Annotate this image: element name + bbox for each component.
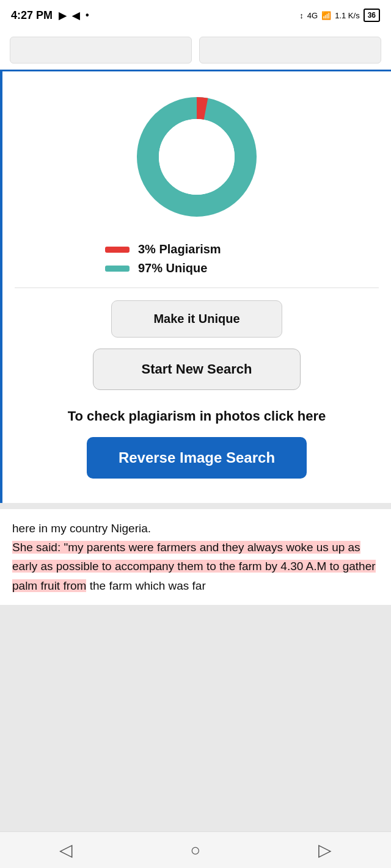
tab-left[interactable] <box>10 37 192 63</box>
plagiarism-label: 3% Plagiarism <box>138 242 221 256</box>
recent-apps-button[interactable]: ▷ <box>318 840 332 860</box>
home-button[interactable]: ○ <box>191 841 201 860</box>
dot-icon: • <box>86 10 89 21</box>
unique-color-swatch <box>105 266 130 272</box>
photo-check-label: To check plagiarism in photos click here <box>15 407 379 426</box>
unique-label: 97% Unique <box>138 261 207 275</box>
tab-right[interactable] <box>199 37 381 63</box>
start-new-search-button[interactable]: Start New Search <box>93 349 301 390</box>
signal-bars: 📶 <box>321 11 331 20</box>
speed-label: 1.1 K/s <box>335 11 359 20</box>
signal-icon: ↕ <box>299 11 304 20</box>
status-right: ↕ 4G 📶 1.1 K/s 36 <box>299 9 380 22</box>
main-results-card: 3% Plagiarism 97% Unique Make it Unique … <box>0 71 391 503</box>
excerpt-normal-end: the farm which was far <box>90 579 206 592</box>
back-button[interactable]: ◁ <box>59 840 73 860</box>
donut-chart-container <box>15 90 379 224</box>
excerpt-normal-start: here in my country Nigeria. <box>12 522 151 535</box>
status-bar: 4:27 PM ▶ ◀ • ↕ 4G 📶 1.1 K/s 36 <box>0 0 391 31</box>
time-display: 4:27 PM <box>11 9 53 22</box>
network-label: 4G <box>307 11 318 20</box>
plagiarism-color-swatch <box>105 247 130 253</box>
reverse-image-search-button[interactable]: Reverse Image Search <box>87 437 307 479</box>
text-excerpt-content: here in my country Nigeria. She said: "m… <box>12 519 379 595</box>
send-icon: ◀ <box>72 10 79 21</box>
legend-unique-row: 97% Unique <box>105 261 288 275</box>
legend-plagiarism-row: 3% Plagiarism <box>105 242 288 256</box>
divider-line <box>15 288 379 288</box>
status-time: 4:27 PM ▶ ◀ • <box>11 9 89 22</box>
svg-point-2 <box>159 119 235 195</box>
media-icon: ▶ <box>59 10 66 21</box>
chart-legend: 3% Plagiarism 97% Unique <box>93 242 301 275</box>
battery-indicator: 36 <box>364 9 380 22</box>
make-unique-button[interactable]: Make it Unique <box>111 300 282 338</box>
bottom-navigation: ◁ ○ ▷ <box>0 831 391 868</box>
donut-chart <box>130 90 264 224</box>
top-tabs-bar <box>0 31 391 71</box>
text-excerpt-card: here in my country Nigeria. She said: "m… <box>0 509 391 605</box>
